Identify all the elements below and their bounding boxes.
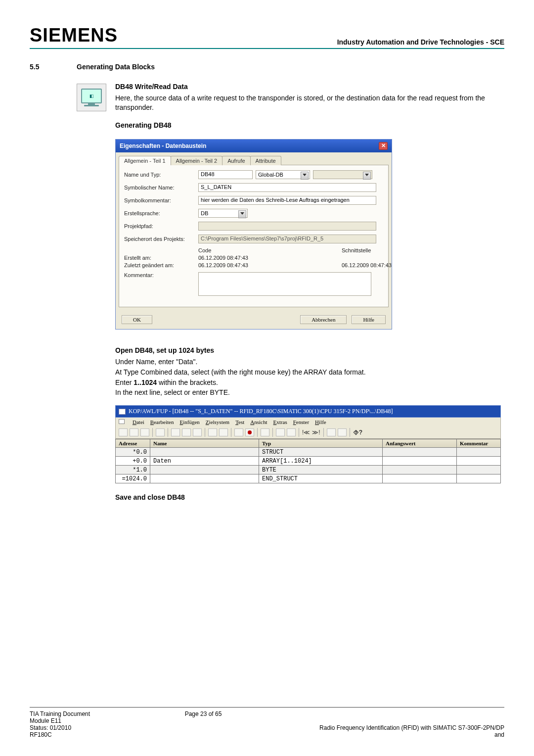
- help-cursor-icon[interactable]: ⯑?: [353, 429, 362, 436]
- cell-typ[interactable]: BYTE: [259, 466, 383, 474]
- cell-name[interactable]: [150, 466, 259, 474]
- cell-typ[interactable]: ARRAY[1..1024]: [259, 457, 383, 466]
- footer-module: Module E11: [30, 717, 90, 724]
- editor-title: KOP/AWL/FUP - [DB48 -- "S_L_DATEN" -- RF…: [129, 408, 393, 415]
- tab-aufrufe[interactable]: Aufrufe: [222, 156, 250, 165]
- label-name-typ: Name und Typ:: [124, 172, 198, 178]
- tab-allgemein-1[interactable]: Allgemein - Teil 1: [119, 156, 171, 165]
- window-icon[interactable]: [119, 419, 125, 424]
- monitor-icon[interactable]: [245, 428, 254, 436]
- ok-button[interactable]: OK: [122, 315, 152, 324]
- cut-icon[interactable]: [171, 428, 180, 436]
- dialog-title: Eigenschaften - Datenbaustein: [120, 142, 206, 149]
- nav-prev-icon[interactable]: !≪: [302, 429, 310, 436]
- cell-komm[interactable]: [457, 474, 501, 483]
- dialog-tabs: Allgemein - Teil 1 Allgemein - Teil 2 Au…: [116, 152, 392, 165]
- cell-addr[interactable]: =1024.0: [116, 474, 150, 483]
- print-icon[interactable]: [156, 428, 165, 436]
- cell-aw[interactable]: [383, 457, 457, 466]
- cell-addr[interactable]: *0.0: [116, 448, 150, 457]
- val-erstellt-code: 06.12.2009 08:47:43: [198, 255, 277, 261]
- combo-sprache[interactable]: DB: [198, 209, 248, 218]
- glasses-icon[interactable]: [287, 428, 296, 436]
- menu-hilfe[interactable]: Hilfe: [315, 419, 326, 425]
- db-editor: KOP/AWL/FUP - [DB48 -- "S_L_DATEN" -- RF…: [115, 405, 501, 483]
- menu-extras[interactable]: Extras: [273, 419, 287, 425]
- menu-bearbeiten[interactable]: Bearbeiten: [150, 419, 174, 425]
- ref-icon[interactable]: [276, 428, 285, 436]
- generating-db48-heading: Generating DB48: [115, 121, 504, 129]
- menu-einfuegen[interactable]: Einfügen: [180, 419, 200, 425]
- input-sym-name[interactable]: S_L_DATEN: [198, 183, 376, 192]
- input-sym-komm[interactable]: hier werden die Daten des Schreib-Lese A…: [198, 196, 376, 205]
- setup-line-2: At Type Combined data, select (with the …: [115, 368, 504, 377]
- col-name[interactable]: Name: [150, 439, 259, 448]
- menu-ansicht[interactable]: Ansicht: [250, 419, 267, 425]
- cell-name[interactable]: [150, 474, 259, 483]
- download-icon[interactable]: [234, 428, 243, 436]
- undo-icon[interactable]: [208, 428, 217, 436]
- page-header: SIEMENS Industry Automation and Drive Te…: [30, 25, 504, 49]
- cell-name[interactable]: Daten: [150, 457, 259, 466]
- menu-zielsystem[interactable]: Zielsystem: [206, 419, 229, 425]
- section-number: 5.5: [30, 63, 77, 71]
- val-geaendert-sch: 06.12.2009 08:47:43: [342, 262, 401, 268]
- menu-test[interactable]: Test: [235, 419, 244, 425]
- cell-komm[interactable]: [457, 457, 501, 466]
- table-row[interactable]: *0.0 STRUCT: [116, 448, 501, 457]
- view-icon-2[interactable]: [338, 428, 347, 436]
- textarea-kommentar[interactable]: [198, 272, 371, 296]
- menu-fenster[interactable]: Fenster: [293, 419, 309, 425]
- nav-next-icon[interactable]: ≫!: [312, 429, 320, 436]
- input-pfad: [198, 222, 376, 231]
- cell-addr[interactable]: *1.0: [116, 466, 150, 474]
- input-speicher: C:\Program Files\Siemens\Step7\s7proj\RF…: [198, 235, 376, 243]
- footer-doc: TIA Training Document: [30, 710, 90, 717]
- input-name[interactable]: DB48: [198, 170, 253, 179]
- cell-aw[interactable]: [383, 466, 457, 474]
- block-icon[interactable]: [261, 428, 269, 436]
- cancel-button[interactable]: Abbrechen: [300, 315, 347, 324]
- open-icon[interactable]: [130, 428, 138, 436]
- cell-aw[interactable]: [383, 448, 457, 457]
- combo-typ[interactable]: Global-DB: [256, 170, 310, 179]
- menubar: Datei Bearbeiten Einfügen Zielsystem Tes…: [115, 418, 501, 426]
- db48-heading: DB48 Write/Read Data: [115, 83, 504, 91]
- cell-typ[interactable]: STRUCT: [259, 448, 383, 457]
- close-icon[interactable]: ✕: [379, 142, 388, 150]
- paste-icon[interactable]: [193, 428, 202, 436]
- save-icon[interactable]: [140, 428, 149, 436]
- col-schnitt: Schnittstelle: [342, 247, 401, 253]
- cell-name[interactable]: [150, 448, 259, 457]
- table-row[interactable]: *1.0 BYTE: [116, 466, 501, 474]
- label-sym-komm: Symbolkommentar:: [124, 197, 198, 203]
- table-row[interactable]: +0.0 Daten ARRAY[1..1024]: [116, 457, 501, 466]
- db-table: Adresse Name Typ Anfangswert Kommentar *…: [115, 439, 501, 483]
- setup-line-3: Enter 1..1024 within the brackets.: [115, 378, 504, 387]
- help-button[interactable]: Hilfe: [352, 315, 386, 324]
- copy-icon[interactable]: [182, 428, 191, 436]
- dialog-titlebar: Eigenschaften - Datenbaustein ✕: [116, 140, 392, 152]
- footer-rf180c: RF180C: [30, 731, 90, 738]
- db48-paragraph: Here, the source data of a write request…: [115, 94, 504, 112]
- val-geaendert-code: 06.12.2009 08:47:43: [198, 262, 277, 268]
- col-typ[interactable]: Typ: [259, 439, 383, 448]
- label-erstellt: Erstellt am:: [124, 255, 198, 261]
- col-adresse[interactable]: Adresse: [116, 439, 150, 448]
- cell-typ[interactable]: END_STRUCT: [259, 474, 383, 483]
- view-icon-1[interactable]: [327, 428, 336, 436]
- cell-komm[interactable]: [457, 448, 501, 457]
- toolbar: !≪ ≫! ⯑?: [115, 426, 501, 439]
- cell-addr[interactable]: +0.0: [116, 457, 150, 466]
- tab-attribute[interactable]: Attribute: [250, 156, 281, 165]
- header-subtitle: Industry Automation and Drive Technologi…: [337, 38, 504, 46]
- col-anfangswert[interactable]: Anfangswert: [383, 439, 457, 448]
- table-row[interactable]: =1024.0 END_STRUCT: [116, 474, 501, 483]
- tab-allgemein-2[interactable]: Allgemein - Teil 2: [171, 156, 223, 165]
- menu-datei[interactable]: Datei: [133, 419, 144, 425]
- col-kommentar[interactable]: Kommentar: [457, 439, 501, 448]
- redo-icon[interactable]: [219, 428, 228, 436]
- new-icon[interactable]: [119, 428, 128, 436]
- cell-komm[interactable]: [457, 466, 501, 474]
- cell-aw[interactable]: [383, 474, 457, 483]
